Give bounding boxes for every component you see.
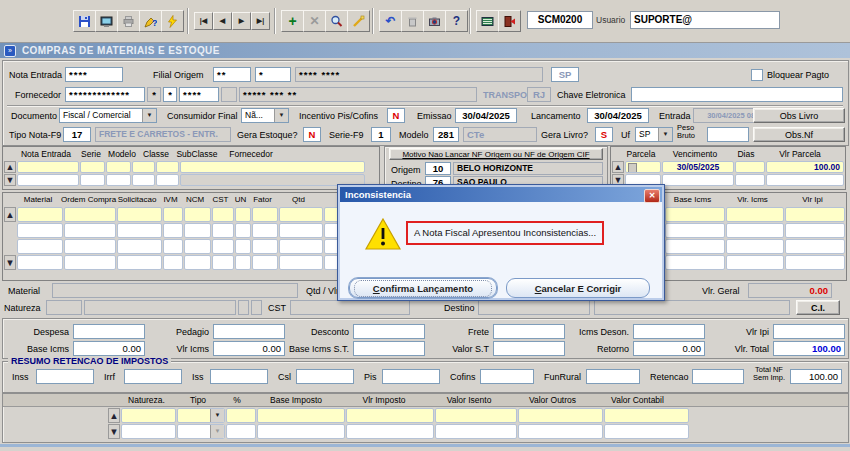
- delete-record-button[interactable]: ✕: [303, 10, 326, 32]
- grid-cell[interactable]: [726, 207, 784, 222]
- grid-cell[interactable]: [279, 239, 323, 254]
- grid-cell[interactable]: [785, 223, 845, 238]
- grid-cell[interactable]: [106, 174, 131, 186]
- base-icms-field[interactable]: 0.00: [73, 341, 145, 356]
- grid-cell[interactable]: [665, 207, 725, 222]
- frete-field[interactable]: [493, 324, 565, 339]
- grid-cell[interactable]: [80, 161, 105, 173]
- modelo-field[interactable]: 281: [433, 127, 459, 142]
- chevron-down-icon[interactable]: ▼: [210, 409, 224, 422]
- tipo-cell[interactable]: ▼: [177, 424, 225, 439]
- grid-cell[interactable]: [156, 174, 179, 186]
- grid-cell[interactable]: [279, 207, 323, 222]
- filial-origem-field[interactable]: **: [213, 67, 251, 82]
- grid-cell[interactable]: [435, 424, 517, 439]
- scroll-up-icon[interactable]: ▲: [4, 161, 16, 173]
- grid-cell[interactable]: [257, 424, 345, 439]
- grid-cell[interactable]: [184, 223, 211, 238]
- grid-cell[interactable]: [665, 223, 725, 238]
- grid-cell[interactable]: [235, 255, 251, 270]
- undo-button[interactable]: ↶: [379, 10, 402, 32]
- grid-cell[interactable]: [346, 424, 434, 439]
- program-code-field[interactable]: SCM0200: [527, 11, 593, 29]
- save-button[interactable]: [73, 10, 96, 32]
- grid-cell[interactable]: [735, 174, 765, 186]
- grid-cell[interactable]: [80, 174, 105, 186]
- grid-cell[interactable]: [435, 408, 517, 423]
- snapshot-button[interactable]: [423, 10, 446, 32]
- fornecedor-code-field[interactable]: *************: [65, 87, 145, 102]
- desconto-field[interactable]: [353, 324, 425, 339]
- grid-cell[interactable]: [163, 239, 183, 254]
- keyboard-menu-button[interactable]: [476, 10, 499, 32]
- grid-cell[interactable]: [785, 255, 845, 270]
- grid-cell[interactable]: [226, 424, 256, 439]
- confirm-button[interactable]: Confirma Lançamento: [349, 278, 497, 298]
- grid-cell[interactable]: [235, 239, 251, 254]
- nav-last-button[interactable]: ▶|: [251, 12, 270, 30]
- grid-cell[interactable]: [726, 255, 784, 270]
- nota-entrada-field[interactable]: ****: [65, 67, 123, 82]
- documento-select[interactable]: Fiscal / Comercial▼: [59, 108, 157, 123]
- scroll-down-icon[interactable]: ▼: [108, 424, 120, 439]
- grid-cell[interactable]: [252, 207, 278, 222]
- funrural-field[interactable]: [586, 369, 640, 384]
- grid-cell[interactable]: [17, 174, 79, 186]
- grid-cell[interactable]: [785, 207, 845, 222]
- grid-cell[interactable]: [64, 207, 116, 222]
- cofins-field[interactable]: [480, 369, 534, 384]
- vlr-parcela-cell[interactable]: 100.00: [766, 161, 844, 173]
- user-field[interactable]: SUPORTE@: [630, 11, 780, 29]
- trash-button[interactable]: [401, 10, 424, 32]
- motivo-nao-lancar-button[interactable]: Motivo Nao Lancar NF Origem ou NF de Ori…: [389, 148, 603, 160]
- grid-cell[interactable]: [766, 174, 844, 186]
- vlr-icms-field[interactable]: 0.00: [213, 341, 285, 356]
- scroll-down-icon[interactable]: ▼: [4, 255, 16, 270]
- grid-cell[interactable]: [64, 223, 116, 238]
- iss-field[interactable]: [210, 369, 268, 384]
- nav-next-button[interactable]: ▶: [232, 12, 251, 30]
- base-icms-st-field[interactable]: [353, 341, 425, 356]
- grid-cell[interactable]: [662, 174, 734, 186]
- origem-code-field[interactable]: 10: [425, 162, 451, 175]
- retencao-field[interactable]: [692, 369, 744, 384]
- pis-field[interactable]: [382, 369, 440, 384]
- grid-cell[interactable]: [212, 223, 234, 238]
- chevron-down-icon[interactable]: ▼: [658, 128, 672, 141]
- grid-cell[interactable]: [117, 207, 162, 222]
- search-button[interactable]: [325, 10, 348, 32]
- icms-deson-field[interactable]: [633, 324, 705, 339]
- grid-cell[interactable]: [604, 424, 689, 439]
- irrf-field[interactable]: [124, 369, 182, 384]
- grid-cell[interactable]: [279, 223, 323, 238]
- gera-estoque-field[interactable]: N: [303, 127, 321, 142]
- obs-nf-button[interactable]: Obs.Nf: [753, 127, 845, 142]
- grid-cell[interactable]: [121, 408, 176, 423]
- fornecedor-sub-field[interactable]: ****: [179, 87, 219, 102]
- lancamento-field[interactable]: 30/04/2025: [587, 108, 649, 123]
- grid-cell[interactable]: [346, 408, 434, 423]
- grid-cell[interactable]: [518, 424, 603, 439]
- scroll-down-icon[interactable]: ▼: [4, 174, 16, 186]
- csl-field[interactable]: [296, 369, 354, 384]
- grid-cell[interactable]: [212, 255, 234, 270]
- parcela-cell[interactable]: [625, 161, 661, 173]
- grid-cell[interactable]: [117, 239, 162, 254]
- tipo-nota-code-field[interactable]: 17: [63, 127, 91, 142]
- grid-cell[interactable]: [163, 223, 183, 238]
- chevron-down-icon[interactable]: ▼: [210, 425, 224, 438]
- grid-cell[interactable]: [17, 207, 63, 222]
- grid-cell[interactable]: [279, 255, 323, 270]
- cancel-button[interactable]: Cancelar E Corrigir: [506, 278, 650, 298]
- grid-cell[interactable]: [64, 239, 116, 254]
- grid-cell[interactable]: [64, 255, 116, 270]
- chevron-down-icon[interactable]: ▼: [142, 109, 156, 122]
- grid-cell[interactable]: [184, 207, 211, 222]
- filial-uf-field[interactable]: SP: [551, 67, 579, 82]
- bloquear-pagto-checkbox[interactable]: [751, 69, 763, 81]
- pedagio-field[interactable]: [213, 324, 285, 339]
- chave-eletronica-field[interactable]: [631, 87, 843, 102]
- vencimento-cell[interactable]: 30/05/2025: [662, 161, 734, 173]
- grid-cell[interactable]: [117, 223, 162, 238]
- retorno-field[interactable]: 0.00: [633, 341, 705, 356]
